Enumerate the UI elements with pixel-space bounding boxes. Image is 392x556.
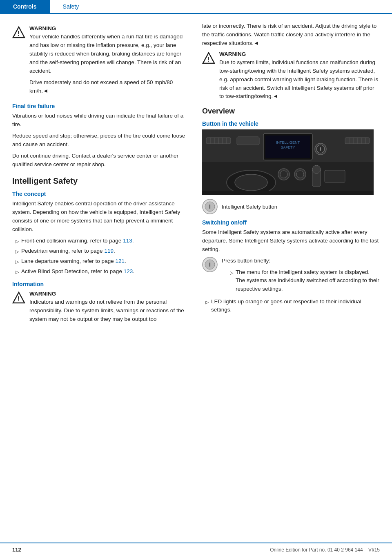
list-arrow-1: ▷ [16,248,19,255]
list-item-0: ▷ Front-end collision warning, refer to … [12,237,190,245]
list-text-2: Lane departure warning, refer to page 12… [21,257,126,265]
list-text-3: Active Blind Spot Detection, refer to pa… [21,267,134,276]
svg-point-32 [280,171,287,178]
final-tire-para2: Reduce speed and stop; otherwise, pieces… [12,132,190,149]
list-link-0[interactable]: 113 [123,238,132,244]
led-text: LED lights up orange or goes out respect… [211,298,380,314]
warning-body-1: Your vehicle handles differently when a … [29,33,190,76]
svg-text:i: i [320,147,321,151]
svg-text:i: i [209,203,211,210]
is-button-icon-caption: i [202,199,218,214]
footer-copyright: Online Edition for Part no. 01 40 2 964 … [270,547,380,553]
warning-icon-2: ! [12,291,25,305]
led-list-item: ▷ LED lights up orange or goes out respe… [202,298,380,314]
warning-block-2: ! WARNING Indicators and warnings do not… [12,291,190,327]
svg-rect-38 [202,191,374,195]
press-button-text-block: Press button briefly: ▷ The menu for the… [222,257,380,295]
page-number: 112 [12,547,21,553]
svg-point-34 [296,171,304,178]
svg-text:!: ! [18,30,20,37]
svg-text:SAFETY: SAFETY [281,145,295,149]
intelligent-safety-heading: Intelligent Safety [12,176,190,186]
sub-arrow-0: ▷ [230,269,233,293]
right-column: late or incorrectly. There is risk of an… [202,22,380,329]
list-arrow-3: ▷ [16,269,19,276]
led-arrow: ▷ [205,299,209,314]
press-button-row: i Press button briefly: ▷ The menu for t… [202,257,380,295]
svg-point-30 [235,174,267,191]
button-in-vehicle-heading: Button in the vehicle [202,120,380,127]
sub-text-0: The menu for the intelligent safety syst… [236,268,380,293]
svg-rect-14 [237,137,259,145]
warning-text-2: WARNING Indicators and warnings do not r… [29,291,190,327]
tab-controls[interactable]: Controls [0,0,50,13]
final-tire-para3: Do not continue driving. Contact a deale… [12,152,190,169]
list-item-2: ▷ Lane departure warning, refer to page … [12,257,190,265]
switching-heading: Switching on/off [202,219,380,226]
warning-icon-3: ! [202,52,215,65]
list-text-0: Front-end collision warning, refer to pa… [21,237,134,245]
list-item-3: ▷ Active Blind Spot Detection, refer to … [12,267,190,276]
svg-text:i: i [209,261,211,268]
footer: 112 Online Edition for Part no. 01 40 2 … [0,543,392,556]
warning-body-1b: Drive moderately and do not exceed a spe… [29,78,190,96]
list-text-1: Pedestrian warning, refer to page 119. [21,247,115,255]
svg-text:!: ! [18,296,20,302]
warning-title-3: WARNING [219,51,380,57]
switching-body: Some Intelligent Safety systems are auto… [202,228,380,254]
svg-rect-37 [325,170,345,182]
tab-bar: Controls Safety [0,0,392,14]
list-link-1[interactable]: 119 [104,248,114,254]
warning-text-3: WARNING Due to system limits, individual… [219,51,380,104]
svg-text:!: ! [207,56,209,63]
warning-title-2: WARNING [29,291,190,297]
warning-block-3: ! WARNING Due to system limits, individu… [202,51,380,104]
warning-title-1: WARNING [29,25,190,31]
continued-text: late or incorrectly. There is risk of an… [202,22,380,48]
warning-block-1: ! WARNING Your vehicle handles different… [12,25,190,98]
concept-heading: The concept [12,191,190,197]
left-column: ! WARNING Your vehicle handles different… [12,22,190,329]
sub-list-item-0: ▷ The menu for the intelligent safety sy… [222,268,380,293]
information-heading: Information [12,281,190,287]
final-tire-para1: Vibrations or loud noises while driving … [12,112,190,129]
list-link-2[interactable]: 121 [115,258,125,264]
is-button-icon-press: i [202,257,218,272]
warning-text-1: WARNING Your vehicle handles differently… [29,25,190,98]
concept-body: Intelligent Safety enables central opera… [12,200,190,234]
warning-body-3: Due to system limits, individual functio… [219,58,380,101]
svg-point-36 [312,165,321,173]
caption-row: i Intelligent Safety button [202,199,380,214]
final-tire-failure-heading: Final tire failure [12,103,190,109]
overview-heading: Overview [202,107,380,116]
vehicle-image: INTELLIGENT SAFETY i [202,129,380,195]
warning-icon-1: ! [12,26,25,39]
main-content: ! WARNING Your vehicle handles different… [0,14,392,338]
list-arrow-2: ▷ [16,258,19,265]
tab-safety[interactable]: Safety [50,0,92,13]
list-arrow-0: ▷ [16,238,19,245]
press-body: Press button briefly: [222,257,380,265]
caption-text: Intelligent Safety button [222,204,277,210]
svg-text:INTELLIGENT: INTELLIGENT [276,140,300,145]
warning-body-2: Indicators and warnings do not relieve f… [29,298,190,324]
list-item-1: ▷ Pedestrian warning, refer to page 119. [12,247,190,255]
list-link-3[interactable]: 123 [124,268,133,274]
